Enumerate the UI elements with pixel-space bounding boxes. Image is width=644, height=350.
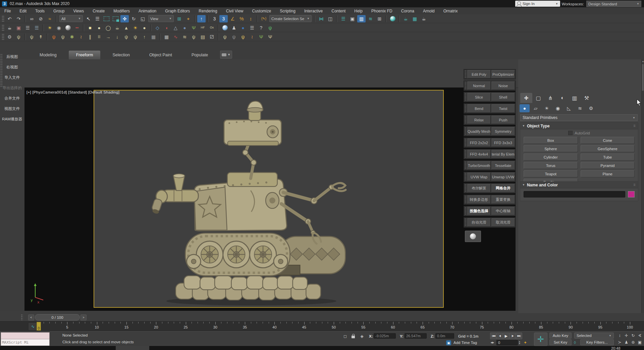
key-mode-toggle-icon[interactable]: ✦ <box>523 340 528 346</box>
edit-guides-icon[interactable]: ψ <box>59 33 67 41</box>
reference-coordinate-dropdown[interactable]: View▼ <box>148 15 174 22</box>
select-object-icon[interactable]: ↖ <box>84 15 93 22</box>
modifier-button[interactable]: Push <box>491 116 515 124</box>
isolate-selection-icon[interactable]: ◻ <box>342 333 348 339</box>
shapes-category[interactable]: ▱ <box>531 104 541 112</box>
toolbar-grip[interactable] <box>2 15 4 22</box>
row-grip[interactable] <box>465 161 467 170</box>
cone-primitive-icon[interactable]: ▲ <box>122 24 130 32</box>
menu-item-edit[interactable]: Edit <box>15 7 31 14</box>
align-icon[interactable]: ◫ <box>326 15 334 22</box>
field-of-view-icon[interactable]: ∢ <box>637 333 643 339</box>
frizz-icon[interactable]: ψ <box>190 33 198 41</box>
selected-filter-dropdown[interactable]: Selected ▼ <box>574 333 614 339</box>
auto-key-button[interactable]: Auto Key <box>549 333 572 339</box>
menu-item-scripting[interactable]: Scripting <box>275 7 300 14</box>
menu-item-interactive[interactable]: Interactive <box>300 7 327 14</box>
primitive-button-geosphere[interactable]: GeoSphere <box>581 145 635 152</box>
dye-strands-icon[interactable]: ψ <box>50 33 58 41</box>
orbit-camera-icon[interactable]: ⊚ <box>630 339 636 345</box>
menu-item-tools[interactable]: Tools <box>31 7 49 14</box>
lights-category[interactable]: ☀ <box>542 104 552 112</box>
modifier-button[interactable]: Twist <box>491 104 515 113</box>
frame-helper-icon[interactable]: △ <box>171 24 180 32</box>
systems-category[interactable]: ⚙ <box>586 104 596 112</box>
helpers-category[interactable]: ◺ <box>564 104 574 112</box>
select-and-rotate-icon[interactable]: ↻ <box>129 15 138 22</box>
menu-item-file[interactable]: File <box>0 7 15 14</box>
maxscript-mini-listener[interactable]: MAXScript Mi <box>1 332 50 346</box>
part-strands-icon[interactable]: ψ <box>122 33 130 41</box>
menu-item-arnold[interactable]: Arnold <box>419 7 439 14</box>
dolly-camera-icon[interactable]: ↕ <box>616 333 623 339</box>
row-grip[interactable] <box>465 116 467 124</box>
y-coordinate-field[interactable]: 26.547m <box>405 333 427 339</box>
walk-through-icon[interactable]: ≻ <box>616 339 623 345</box>
mini-curve-editor-button[interactable]: ∿ <box>28 323 38 331</box>
primitive-button-pyramid[interactable]: Pyramid <box>581 162 635 169</box>
render-preview-icon[interactable]: ▣ <box>14 24 23 32</box>
sidebar-button-5[interactable]: 合并文件 <box>1 95 23 101</box>
command-panel-scrollbar[interactable]: ▲ <box>641 59 644 313</box>
modifier-button[interactable]: terial By Elem <box>491 150 515 158</box>
row-grip[interactable] <box>465 173 467 181</box>
cameras-category[interactable]: ◉ <box>553 104 563 112</box>
mirror-icon[interactable]: ⋈ <box>317 15 325 22</box>
go-to-end-button[interactable]: ▶▶| <box>516 333 522 339</box>
grass-icon[interactable]: Ψ <box>190 24 198 32</box>
object-type-header[interactable]: ▼ Object Type ⠿ <box>520 123 638 129</box>
scroll-up-icon[interactable]: ▲ <box>642 60 644 62</box>
menu-item-animation[interactable]: Animation <box>134 7 161 14</box>
menu-item-phoenix-fd[interactable]: Phoenix FD <box>367 7 397 14</box>
modifier-button[interactable]: 重置变换 <box>491 195 515 204</box>
modifier-button[interactable]: 网格合并 <box>491 184 515 192</box>
select-and-move-icon[interactable]: ✜ <box>120 15 129 22</box>
row-grip[interactable] <box>465 195 467 204</box>
key-filters-button[interactable]: Key Filters... <box>580 339 614 345</box>
strand-graph-icon[interactable]: ∥ <box>86 33 94 41</box>
display-tab[interactable]: ▥ <box>569 93 581 103</box>
workspace-dropdown[interactable]: Design Standard ▼ <box>586 1 641 7</box>
menu-item-rendering[interactable]: Rendering <box>194 7 221 14</box>
feather-icon[interactable]: ≀ <box>77 33 85 41</box>
modifier-button[interactable]: Normal <box>467 81 491 90</box>
percent-snap-icon[interactable]: % <box>237 15 246 22</box>
undo-icon[interactable]: ↶ <box>5 15 14 22</box>
modifier-button[interactable]: Shell <box>491 93 515 101</box>
row-grip[interactable] <box>465 93 467 101</box>
window-crossing-icon[interactable] <box>111 15 120 22</box>
columns-icon[interactable]: ||| <box>95 33 103 41</box>
merge-strands-icon[interactable]: ψ <box>131 33 140 41</box>
tab-modeling[interactable]: Modeling <box>32 51 64 59</box>
curl-icon[interactable]: ∿ <box>171 33 180 41</box>
teapot-primitive-icon[interactable]: ☕ <box>113 24 121 32</box>
select-by-name-icon[interactable]: ☰ <box>93 15 102 22</box>
object-color-swatch[interactable] <box>628 191 635 197</box>
create-tab[interactable]: ✚ <box>520 93 532 103</box>
schematic-view-icon[interactable]: ⊞ <box>375 15 384 22</box>
primitive-button-torus[interactable]: Torus <box>524 162 578 169</box>
key-brackets-icon[interactable]: ◊ <box>572 340 578 346</box>
material-editor-icon[interactable] <box>388 15 397 22</box>
ribbon-overflow-button[interactable]: ▼ <box>220 51 232 59</box>
rectangular-selection-region-icon[interactable] <box>102 15 111 22</box>
gear-icon[interactable]: ⚙ <box>5 33 14 41</box>
modifier-button[interactable]: TurboSmooth <box>467 161 491 170</box>
primitive-button-box[interactable]: Box <box>524 137 578 144</box>
batch-render-icon[interactable]: ☰ <box>33 24 41 32</box>
wheat-icon[interactable]: Ψ <box>266 33 274 41</box>
ground-strands-icon[interactable]: ▦ <box>149 33 158 41</box>
primitive-button-cylinder[interactable]: Cylinder <box>524 154 578 161</box>
object-name-input[interactable] <box>524 191 625 197</box>
primitive-button-cone[interactable]: Cone <box>581 137 635 144</box>
menu-item-ornatrix[interactable]: Ornatrix <box>439 7 462 14</box>
geometry-category[interactable]: ● <box>520 104 530 112</box>
menu-item-graph-editors[interactable]: Graph Editors <box>161 7 194 14</box>
scene-explorer-icon[interactable]: ▣ <box>348 15 357 22</box>
sidebar-button-3[interactable]: 导入文件 <box>1 74 23 80</box>
sidebar-button-6[interactable]: 视图文件 <box>1 106 23 112</box>
capsule-icon[interactable]: ◖ <box>162 24 171 32</box>
strands-plus-icon[interactable]: ψ <box>221 33 229 41</box>
toggle-ribbon-icon[interactable]: ▥ <box>357 15 366 22</box>
comb-right-icon[interactable]: → <box>104 33 112 41</box>
